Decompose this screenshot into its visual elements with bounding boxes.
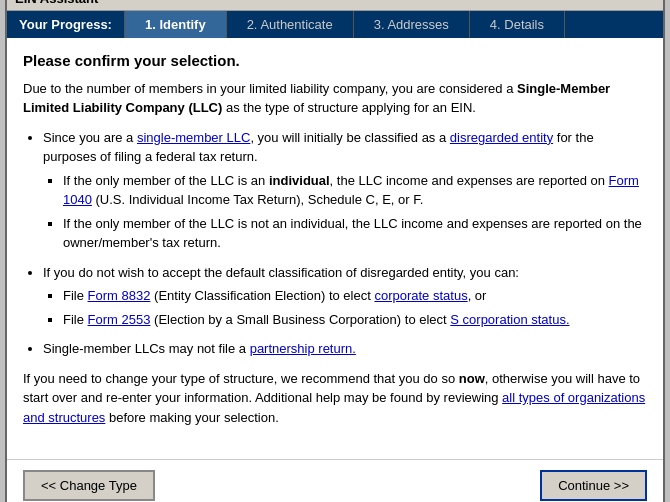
sub-bullet-2a: File Form 8832 (Entity Classification El… [63,286,647,306]
title-bar: EIN Assistant [7,0,663,11]
bullet-1: Since you are a single-member LLC, you w… [43,128,647,253]
main-window: EIN Assistant Your Progress: 1. Identify… [5,0,665,502]
intro-paragraph: Due to the number of members in your lim… [23,79,647,118]
footer-paragraph: If you need to change your type of struc… [23,369,647,428]
partnership-return-link[interactable]: partnership return. [250,341,356,356]
button-row: << Change Type Continue >> [7,459,663,502]
corporate-status-link[interactable]: corporate status [374,288,467,303]
progress-label: Your Progress: [7,11,125,38]
step-1-identify[interactable]: 1. Identify [125,11,227,38]
s-corp-status-link[interactable]: S corporation status. [450,312,569,327]
step-3-addresses[interactable]: 3. Addresses [354,11,470,38]
step-2-authenticate[interactable]: 2. Authenticate [227,11,354,38]
bullet-2: If you do not wish to accept the default… [43,263,647,330]
step-4-details[interactable]: 4. Details [470,11,565,38]
page-heading: Please confirm your selection. [23,52,647,69]
all-types-link[interactable]: all types of organizations and structure… [23,390,645,425]
window-title: EIN Assistant [15,0,98,6]
form-8832-link[interactable]: Form 8832 [88,288,151,303]
sub-bullet-2b: File Form 2553 (Election by a Small Busi… [63,310,647,330]
form-2553-link[interactable]: Form 2553 [88,312,151,327]
sub-bullet-list-2: File Form 8832 (Entity Classification El… [63,286,647,329]
change-type-button[interactable]: << Change Type [23,470,155,501]
continue-button[interactable]: Continue >> [540,470,647,501]
bullet-3: Single-member LLCs may not file a partne… [43,339,647,359]
sub-bullet-1a: If the only member of the LLC is an indi… [63,171,647,210]
single-member-llc-link[interactable]: single-member LLC [137,130,250,145]
main-content: Please confirm your selection. Due to th… [7,38,663,452]
main-bullet-list: Since you are a single-member LLC, you w… [43,128,647,359]
disregarded-entity-link[interactable]: disregarded entity [450,130,553,145]
form-1040-link[interactable]: Form 1040 [63,173,639,208]
progress-bar: Your Progress: 1. Identify 2. Authentica… [7,11,663,38]
sub-bullet-list-1: If the only member of the LLC is an indi… [63,171,647,253]
sub-bullet-1b: If the only member of the LLC is not an … [63,214,647,253]
